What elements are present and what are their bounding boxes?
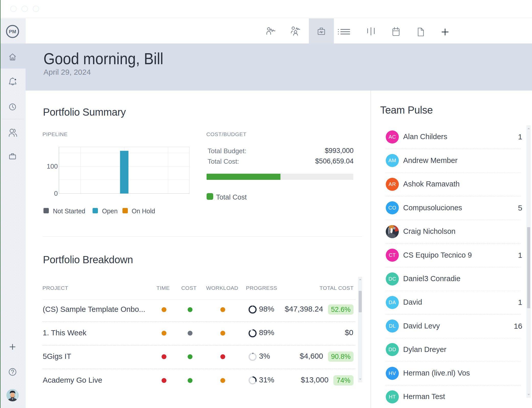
svg-text:100: 100 — [47, 162, 58, 170]
svg-text:PM: PM — [9, 29, 16, 34]
svg-text:0: 0 — [54, 190, 58, 197]
